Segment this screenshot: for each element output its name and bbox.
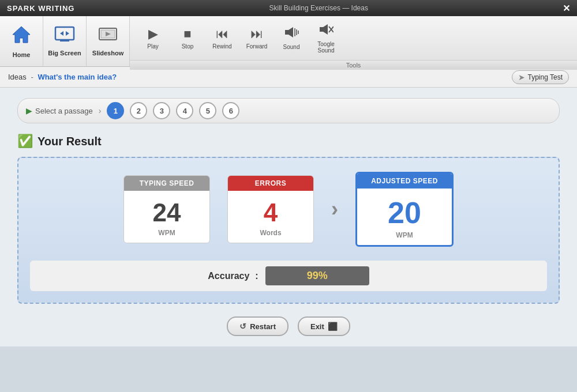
typing-speed-value: 24 bbox=[129, 200, 205, 225]
adjusted-speed-header: ADJUSTED SPEED bbox=[357, 174, 452, 189]
home-button[interactable]: Home bbox=[0, 16, 43, 66]
bottom-buttons: ↺ Restart Exit ⬛ bbox=[17, 316, 560, 336]
page-6-button[interactable]: 6 bbox=[222, 102, 239, 119]
toolbar: Home Big Screen Slideshow bbox=[0, 16, 577, 67]
typing-speed-body: 24 WPM bbox=[124, 191, 209, 243]
breadcrumb-root: Ideas bbox=[8, 73, 27, 81]
tools-label: Tools bbox=[130, 60, 577, 70]
restart-label: Restart bbox=[250, 322, 276, 331]
slideshow-button[interactable]: Slideshow bbox=[87, 16, 130, 66]
stop-icon: ■ bbox=[183, 27, 191, 42]
page-4-button[interactable]: 4 bbox=[176, 102, 193, 119]
typing-test-arrow-icon: ➤ bbox=[518, 73, 525, 82]
exit-icon: ⬛ bbox=[328, 322, 338, 331]
typing-test-button[interactable]: ➤ Typing Test bbox=[512, 70, 569, 84]
close-button[interactable]: ✕ bbox=[563, 3, 570, 14]
adjusted-speed-body: 20 WPM bbox=[357, 189, 452, 245]
play-button[interactable]: ▶ Play bbox=[137, 21, 169, 55]
stop-button[interactable]: ■ Stop bbox=[171, 21, 204, 55]
result-header: ✅ Your Result bbox=[17, 134, 560, 149]
errors-body: 4 Words bbox=[228, 191, 313, 243]
rewind-icon: ⏮ bbox=[216, 27, 228, 42]
slideshow-label: Slideshow bbox=[92, 50, 123, 56]
forward-button[interactable]: ⏭ Forward bbox=[241, 21, 273, 55]
big-screen-icon bbox=[54, 26, 75, 47]
play-icon: ▶ bbox=[148, 27, 158, 42]
window-title: Skill Building Exercises — Ideas bbox=[74, 4, 563, 12]
accuracy-value: 99% bbox=[265, 266, 369, 285]
forward-icon: ⏭ bbox=[250, 27, 263, 42]
big-screen-button[interactable]: Big Screen bbox=[43, 16, 87, 66]
page-3-button[interactable]: 3 bbox=[153, 102, 170, 119]
adjusted-speed-unit: WPM bbox=[362, 231, 447, 239]
big-screen-label: Big Screen bbox=[48, 50, 81, 56]
rewind-label: Rewind bbox=[212, 43, 231, 50]
passage-label: ▶ Select a passage bbox=[26, 106, 93, 115]
slideshow-icon bbox=[98, 26, 118, 47]
typing-speed-card: TYPING SPEED 24 WPM bbox=[123, 175, 210, 243]
passage-arrow-icon: ▶ bbox=[26, 106, 32, 115]
errors-value: 4 bbox=[233, 200, 309, 225]
metrics-row: TYPING SPEED 24 WPM ERRORS 4 Words › ADJ… bbox=[30, 172, 547, 247]
svg-rect-12 bbox=[320, 27, 323, 32]
typing-test-label: Typing Test bbox=[528, 73, 563, 81]
result-box: TYPING SPEED 24 WPM ERRORS 4 Words › ADJ… bbox=[17, 157, 560, 304]
result-check-icon: ✅ bbox=[17, 134, 33, 149]
adjusted-speed-card: ADJUSTED SPEED 20 WPM bbox=[355, 172, 454, 247]
breadcrumb-separator: - bbox=[31, 73, 33, 81]
errors-header: ERRORS bbox=[228, 176, 313, 191]
page-5-button[interactable]: 5 bbox=[199, 102, 216, 119]
forward-label: Forward bbox=[246, 43, 268, 50]
svg-marker-0 bbox=[13, 27, 30, 43]
passage-label-text: Select a passage bbox=[35, 107, 93, 115]
accuracy-colon: : bbox=[255, 271, 258, 281]
adjusted-speed-value: 20 bbox=[362, 198, 447, 228]
toogle-sound-icon bbox=[319, 23, 334, 39]
tools-section: ▶ Play ■ Stop ⏮ Rewind ⏭ Forward bbox=[130, 16, 577, 66]
breadcrumb-bar: Ideas - What's the main idea? ➤ Typing T… bbox=[0, 67, 577, 88]
stop-label: Stop bbox=[182, 43, 194, 50]
home-label: Home bbox=[13, 51, 31, 58]
home-icon bbox=[11, 24, 32, 49]
play-label: Play bbox=[147, 43, 158, 50]
errors-unit: Words bbox=[233, 229, 309, 237]
typing-speed-header: TYPING SPEED bbox=[124, 176, 209, 191]
typing-speed-unit: WPM bbox=[129, 229, 205, 237]
sound-label: Sound bbox=[283, 44, 300, 50]
main-content: ▶ Select a passage › 1 2 3 4 5 6 ✅ Your … bbox=[0, 88, 577, 346]
svg-rect-1 bbox=[55, 27, 74, 40]
passage-arrow-right: › bbox=[99, 106, 102, 115]
errors-card: ERRORS 4 Words bbox=[227, 175, 314, 243]
title-bar: SPARK WRITING Skill Building Exercises —… bbox=[0, 0, 577, 16]
breadcrumb-current[interactable]: What's the main idea? bbox=[38, 73, 117, 81]
app-title: SPARK WRITING bbox=[7, 4, 74, 13]
accuracy-row: Accuracy : 99% bbox=[30, 261, 547, 291]
tools-buttons: ▶ Play ■ Stop ⏮ Rewind ⏭ Forward bbox=[130, 16, 577, 60]
svg-marker-8 bbox=[288, 27, 293, 37]
toogle-sound-button[interactable]: Toogle Sound bbox=[310, 21, 342, 55]
page-1-button[interactable]: 1 bbox=[107, 102, 124, 119]
metrics-arrow-icon: › bbox=[331, 197, 338, 221]
toogle-sound-label: Toogle Sound bbox=[312, 41, 340, 54]
exit-button[interactable]: Exit ⬛ bbox=[298, 316, 350, 336]
passage-selector: ▶ Select a passage › 1 2 3 4 5 6 bbox=[17, 98, 560, 123]
sound-icon bbox=[284, 26, 299, 42]
page-2-button[interactable]: 2 bbox=[130, 102, 147, 119]
restart-button[interactable]: ↺ Restart bbox=[227, 316, 288, 336]
breadcrumb: Ideas - What's the main idea? bbox=[8, 73, 117, 81]
sound-button[interactable]: Sound bbox=[275, 21, 308, 55]
accuracy-label: Accuracy bbox=[208, 271, 249, 281]
svg-marker-13 bbox=[323, 24, 328, 35]
restart-icon: ↺ bbox=[239, 322, 246, 331]
exit-label: Exit bbox=[310, 322, 324, 331]
rewind-button[interactable]: ⏮ Rewind bbox=[206, 21, 238, 55]
result-title: Your Result bbox=[38, 135, 102, 148]
svg-rect-7 bbox=[285, 30, 288, 35]
